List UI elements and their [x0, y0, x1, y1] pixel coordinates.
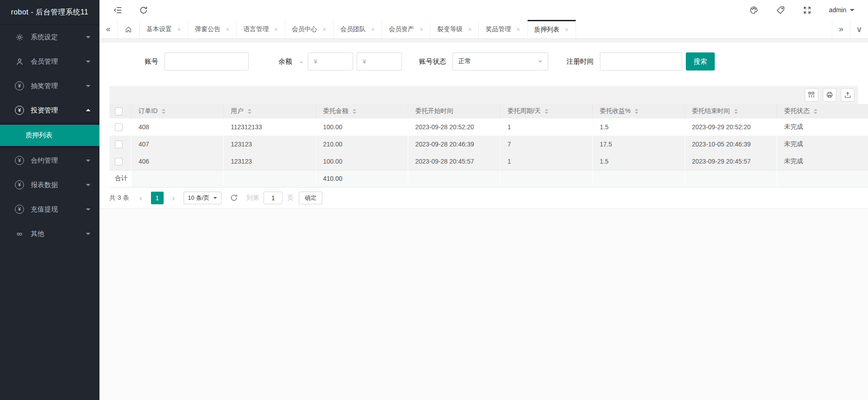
- close-icon[interactable]: ×: [565, 27, 569, 33]
- yen-circle-icon: ¥: [14, 106, 24, 115]
- chevron-down-icon: [86, 184, 90, 188]
- balance-max-input[interactable]: [357, 52, 402, 71]
- sidebar-item-label: 投资管理: [31, 106, 86, 115]
- total-amount: 410.00: [316, 170, 408, 187]
- app-title: robot - 后台管理系统11: [0, 0, 99, 25]
- goto-confirm-button[interactable]: 确定: [299, 192, 322, 204]
- cell-status: 未完成: [777, 136, 868, 153]
- page-size-select[interactable]: 10 条/页: [184, 192, 222, 204]
- tab-item[interactable]: 基本设置×: [140, 20, 188, 38]
- row-checkbox[interactable]: [115, 123, 123, 131]
- cell-end-time: 2023-09-29 20:45:57: [684, 153, 777, 170]
- close-icon[interactable]: ×: [371, 26, 375, 33]
- refresh-list-icon[interactable]: [230, 193, 238, 202]
- sidebar-item-lottery[interactable]: ¥ 抽奖管理: [0, 74, 99, 98]
- goto-page-input[interactable]: [264, 192, 283, 204]
- row-checkbox[interactable]: [115, 141, 123, 148]
- chevron-down-icon: [86, 61, 90, 65]
- sort-icon[interactable]: [734, 109, 738, 114]
- range-separator: -: [300, 58, 302, 66]
- submenu-item-label: 质押列表: [25, 131, 52, 140]
- close-icon[interactable]: ×: [177, 26, 181, 33]
- tag-icon[interactable]: [776, 5, 785, 15]
- user-menu[interactable]: admin: [829, 6, 854, 14]
- columns-filter-button[interactable]: [805, 88, 818, 102]
- tab-item[interactable]: 会员团队×: [334, 20, 382, 38]
- sidebar-item-label: 抽奖管理: [31, 82, 86, 90]
- sidebar-submenu: 质押列表: [0, 122, 99, 148]
- sort-icon[interactable]: [635, 109, 638, 114]
- tab-item[interactable]: 会员资产×: [382, 20, 430, 38]
- header-status: 委托状态: [777, 104, 868, 118]
- row-checkbox[interactable]: [115, 158, 123, 165]
- fullscreen-icon[interactable]: [802, 5, 812, 15]
- cell-status: 未完成: [777, 118, 868, 136]
- tabs-scroll-left-button[interactable]: «: [99, 20, 118, 38]
- sort-icon[interactable]: [545, 109, 548, 114]
- close-icon[interactable]: ×: [323, 26, 326, 33]
- account-input[interactable]: [165, 52, 249, 71]
- balance-min-input[interactable]: [308, 52, 353, 71]
- cell-amount: 100.00: [316, 118, 408, 136]
- search-button[interactable]: 搜索: [686, 52, 715, 71]
- table-header-row: 订单ID 用户 委托金额 委托开始时间 委托周期/天 委托收益% 委托结束时间 …: [109, 104, 868, 118]
- close-icon[interactable]: ×: [420, 26, 423, 33]
- sort-icon[interactable]: [248, 109, 251, 114]
- tab-home[interactable]: [118, 20, 140, 38]
- sidebar-item-members[interactable]: 会员管理: [0, 49, 99, 74]
- filter-bar: 账号 余额 - 账号状态 正常 注册时间 搜索: [99, 42, 868, 86]
- export-button[interactable]: [841, 88, 854, 102]
- sidebar-item-reports[interactable]: ¥ 报表数据: [0, 173, 99, 197]
- close-icon[interactable]: ×: [516, 26, 520, 33]
- tabs-menu-button[interactable]: ∨: [850, 20, 868, 38]
- cell-order-id: 408: [131, 118, 223, 136]
- sidebar-item-investment[interactable]: ¥ 投资管理: [0, 98, 99, 122]
- collapse-sidebar-icon[interactable]: [113, 5, 123, 15]
- tab-item[interactable]: 会员中心×: [285, 20, 334, 38]
- sidebar-item-contracts[interactable]: ¥ 合约管理: [0, 148, 99, 173]
- theme-palette-icon[interactable]: [749, 5, 759, 15]
- close-icon[interactable]: ×: [226, 26, 229, 33]
- chevron-down-icon: [86, 208, 90, 213]
- sidebar-item-system-settings[interactable]: 系统设定: [0, 25, 99, 49]
- print-button[interactable]: [823, 88, 836, 102]
- sidebar-item-other[interactable]: ∞ 其他: [0, 221, 99, 246]
- select-all-checkbox[interactable]: [115, 108, 123, 115]
- close-icon[interactable]: ×: [468, 26, 472, 33]
- header-order-id: 订单ID: [131, 104, 223, 118]
- cell-profit: 1.5: [592, 118, 684, 136]
- sidebar-item-label: 报表数据: [31, 181, 86, 189]
- status-select[interactable]: 正常: [453, 52, 548, 71]
- tabs-scroll-right-button[interactable]: »: [832, 20, 850, 38]
- tab-item-active[interactable]: 质押列表×: [528, 20, 576, 38]
- chevron-down-icon: [86, 160, 90, 164]
- sort-icon[interactable]: [162, 109, 165, 114]
- filter-status: 账号状态 正常: [419, 52, 548, 71]
- sort-icon[interactable]: [353, 109, 356, 114]
- total-label: 合计: [109, 170, 131, 187]
- sort-icon[interactable]: [814, 109, 817, 114]
- account-label: 账号: [145, 57, 158, 66]
- cell-status: 未完成: [777, 153, 868, 170]
- tab-item[interactable]: 弹窗公告×: [188, 20, 236, 38]
- next-page-button[interactable]: ›: [168, 193, 179, 202]
- current-page-button[interactable]: 1: [151, 192, 164, 204]
- goto-label: 到第: [246, 194, 259, 202]
- chevron-down-icon: [86, 85, 90, 89]
- cell-profit: 17.5: [592, 136, 684, 153]
- page-suffix-label: 页: [287, 194, 293, 202]
- tab-item[interactable]: 奖品管理×: [479, 20, 527, 38]
- cell-order-id: 407: [131, 136, 223, 153]
- tab-item[interactable]: 语言管理×: [236, 20, 285, 38]
- tab-item[interactable]: 裂变等级×: [430, 20, 479, 38]
- close-icon[interactable]: ×: [274, 26, 278, 33]
- chevron-down-icon: [850, 9, 854, 14]
- cell-user: 112312133: [223, 118, 316, 136]
- regtime-input[interactable]: [600, 52, 682, 71]
- refresh-icon[interactable]: [139, 5, 148, 15]
- cell-end-time: 2023-09-29 20:52:20: [684, 118, 777, 136]
- prev-page-button[interactable]: ‹: [136, 193, 146, 202]
- sidebar-item-pledge-list[interactable]: 质押列表: [0, 125, 99, 146]
- cell-user: 123123: [223, 153, 316, 170]
- sidebar-item-deposit-withdraw[interactable]: ¥ 充值提现: [0, 197, 99, 221]
